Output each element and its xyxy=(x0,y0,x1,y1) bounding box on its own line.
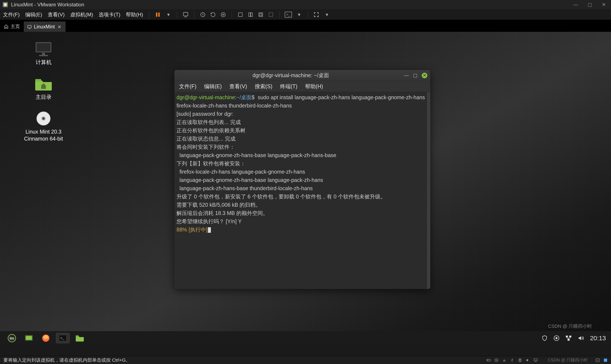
term-line-dl: 需要下载 520 kB/5,006 kB 的归档。 xyxy=(176,202,261,208)
view-single-icon[interactable] xyxy=(237,11,244,18)
view-stretch-icon[interactable] xyxy=(267,11,274,18)
home-icon xyxy=(4,24,9,29)
guest-vm-area[interactable]: 计算机 主目录 Linux Mint 20.3 Cinnamon 64-bit … xyxy=(0,32,611,345)
term-menu-search[interactable]: 搜索(S) xyxy=(255,83,272,90)
menu-vm[interactable]: 虚拟机(M) xyxy=(69,11,94,18)
tab-close-icon[interactable]: ✕ xyxy=(58,24,61,29)
menu-tabs[interactable]: 选项卡(T) xyxy=(98,11,121,18)
view-multi-icon[interactable] xyxy=(247,11,254,18)
separator xyxy=(194,11,194,18)
term-menu-term[interactable]: 终端(T) xyxy=(280,83,297,90)
svg-rect-18 xyxy=(42,53,45,55)
svg-rect-2 xyxy=(4,4,6,5)
send-cad-icon[interactable] xyxy=(182,11,189,18)
terminal-scrollbar[interactable] xyxy=(427,92,430,289)
tab-home[interactable]: 主页 xyxy=(0,21,24,32)
terminal-title: dgr@dgr-virtual-machine: ~/桌面 xyxy=(177,72,404,79)
snapshot-revert-icon[interactable] xyxy=(210,11,216,18)
disc-icon xyxy=(34,111,53,126)
device-display-icon[interactable] xyxy=(533,358,538,362)
svg-rect-9 xyxy=(239,13,242,16)
vmware-status-watermark: CSDN @ 只睡四小时 xyxy=(548,357,588,363)
menu-file[interactable]: 文件(F) xyxy=(2,11,21,18)
term-line-new-hdr: 下列【新】软件包将被安装： xyxy=(176,160,245,166)
snapshot-icon[interactable] xyxy=(199,11,206,18)
device-printer-icon[interactable] xyxy=(518,358,522,362)
dropdown-icon[interactable]: ▾ xyxy=(165,11,172,18)
panel-firefox[interactable] xyxy=(39,333,53,343)
status-fullscreen-icon[interactable] xyxy=(603,358,608,362)
separator xyxy=(149,11,149,18)
term-line-progress: 88% [执行中] xyxy=(176,227,208,233)
view-unity-icon[interactable] xyxy=(257,11,264,18)
device-network-icon[interactable] xyxy=(502,358,507,362)
svg-text:>_: >_ xyxy=(60,336,64,340)
window-minimize-icon[interactable]: — xyxy=(573,2,579,7)
desktop-icon-iso[interactable]: Linux Mint 20.3 Cinnamon 64-bit xyxy=(19,111,68,143)
term-prompt-dollar: $ xyxy=(252,94,255,100)
terminal-close-icon[interactable]: ✕ xyxy=(422,73,427,78)
tray-shield-icon[interactable] xyxy=(542,335,547,341)
device-usb-icon[interactable] xyxy=(510,358,514,362)
svg-rect-4 xyxy=(158,13,160,17)
svg-rect-28 xyxy=(26,336,32,340)
svg-rect-42 xyxy=(519,359,521,361)
dropdown-icon[interactable]: ▾ xyxy=(296,11,303,18)
term-line-read1: 正在读取软件包列表... 完成 xyxy=(176,119,241,125)
terminal-titlebar[interactable]: dgr@dgr-virtual-machine: ~/桌面 — ▢ ✕ xyxy=(174,70,430,81)
term-line-upg: 升级了 0 个软件包，新安装了 6 个软件包，要卸载 0 个软件包，有 0 个软… xyxy=(176,194,386,199)
device-cd-icon[interactable] xyxy=(494,358,499,362)
term-prompt-user: dgr@dgr-virtual-machine xyxy=(176,94,235,100)
terminal-window[interactable]: dgr@dgr-virtual-machine: ~/桌面 — ▢ ✕ 文件(F… xyxy=(174,70,430,289)
window-maximize-icon[interactable]: ▢ xyxy=(587,2,593,7)
menu-edit[interactable]: 编辑(E) xyxy=(24,11,43,18)
device-sound-icon[interactable] xyxy=(526,358,530,362)
separator xyxy=(177,11,177,18)
panel-files[interactable] xyxy=(73,333,87,343)
desktop-icon-home[interactable]: 主目录 xyxy=(19,76,68,101)
separator xyxy=(308,11,308,18)
vmware-status-bar: 要将输入定向到该虚拟机，请在虚拟机内部单击或按 Ctrl+G。 CSDN @ 只… xyxy=(0,356,611,364)
term-prompt-path: ~/桌面 xyxy=(236,94,252,100)
dropdown-icon[interactable]: ▾ xyxy=(323,11,330,18)
svg-rect-20 xyxy=(35,79,41,82)
term-menu-edit[interactable]: 编辑(E) xyxy=(204,83,222,90)
desktop-icon-computer[interactable]: 计算机 xyxy=(19,41,68,66)
vm-tab-icon xyxy=(27,25,32,29)
tray-updates-icon[interactable] xyxy=(554,335,559,341)
term-line-sudo: [sudo] password for dgr: xyxy=(176,111,233,117)
snapshot-manage-icon[interactable] xyxy=(220,11,226,18)
svg-point-24 xyxy=(43,118,44,119)
tray-volume-icon[interactable] xyxy=(578,335,584,341)
fullscreen-icon[interactable] xyxy=(313,11,320,18)
status-io-grab-icon[interactable] xyxy=(595,358,600,362)
svg-rect-19 xyxy=(39,55,48,56)
terminal-body[interactable]: dgr@dgr-virtual-machine:~/桌面$ sudo apt i… xyxy=(174,92,430,289)
term-menu-file[interactable]: 文件(F) xyxy=(179,83,197,90)
term-menu-view[interactable]: 查看(V) xyxy=(229,83,247,90)
window-close-icon[interactable]: ✕ xyxy=(601,2,607,7)
svg-rect-12 xyxy=(259,13,263,16)
svg-rect-5 xyxy=(183,12,188,16)
terminal-maximize-icon[interactable]: ▢ xyxy=(413,73,418,78)
terminal-minimize-icon[interactable]: — xyxy=(404,73,409,78)
tab-linuxmint[interactable]: LinuxMint ✕ xyxy=(24,22,66,32)
tray-clock[interactable]: 20:13 xyxy=(590,335,606,342)
svg-rect-10 xyxy=(249,13,250,16)
menu-help[interactable]: 帮助(H) xyxy=(125,11,144,18)
panel-terminal[interactable]: >_ xyxy=(56,333,70,343)
pause-icon[interactable] xyxy=(154,11,161,18)
term-menu-help[interactable]: 帮助(H) xyxy=(305,83,323,90)
separator xyxy=(232,11,232,18)
menu-view[interactable]: 查看(V) xyxy=(47,11,66,18)
console-icon[interactable]: >_ xyxy=(285,12,292,18)
mint-menu-button[interactable]: lm xyxy=(5,333,19,343)
term-line-new-p3: language-pack-zh-hans-base thunderbird-l… xyxy=(176,185,313,191)
tray-network-icon[interactable] xyxy=(565,335,572,341)
desktop-icon-iso-label-1: Linux Mint 20.3 xyxy=(24,128,63,135)
svg-rect-11 xyxy=(251,13,252,16)
svg-rect-14 xyxy=(269,13,273,16)
term-line-read3: 正在读取状态信息... 完成 xyxy=(176,136,236,142)
device-hdd-icon[interactable] xyxy=(486,358,491,362)
panel-show-desktop[interactable] xyxy=(22,333,36,343)
